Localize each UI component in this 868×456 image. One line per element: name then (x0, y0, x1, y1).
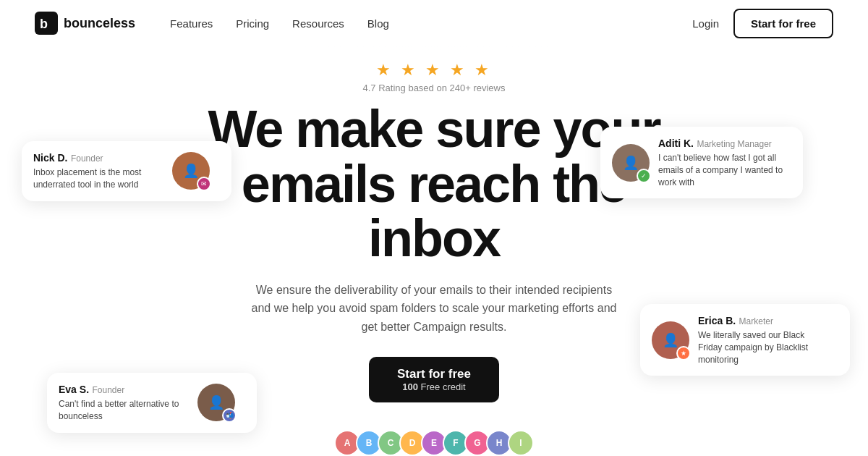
brand-logo[interactable]: b bounceless (35, 12, 135, 35)
nav-link-features[interactable]: Features (170, 17, 213, 30)
testimonial-text-erica: We literally saved our Black Friday camp… (698, 329, 828, 366)
testimonial-name-aditi: Aditi K. (658, 138, 694, 149)
nav-actions: Login Start for free (692, 9, 833, 38)
cta-sub-label: 100 Free credit (402, 381, 465, 392)
navbar: b bounceless Features Pricing Resources … (0, 0, 868, 46)
bottom-avatar-row: A B C D E F G H I (334, 430, 534, 456)
nav-links: Features Pricing Resources Blog (170, 17, 692, 30)
nav-link-pricing[interactable]: Pricing (236, 17, 269, 30)
nav-start-free-button[interactable]: Start for free (733, 9, 833, 38)
nav-link-blog[interactable]: Blog (367, 17, 389, 30)
cta-main-label: Start for free (397, 367, 471, 381)
testimonial-name-erica: Erica B. (698, 315, 736, 326)
testimonial-name-nick: Nick D. (33, 152, 67, 164)
hero-cta-button[interactable]: Start for free 100 Free credit (369, 357, 499, 402)
testimonial-role-erica: Marketer (739, 316, 773, 326)
testimonial-role-eva: Founder (92, 385, 124, 395)
testimonial-card-erica: 👤 ★ Erica B. Marketer We literally saved… (640, 304, 850, 376)
testimonial-name-eva: Eva S. (59, 384, 89, 395)
avatar-badge-nick: ✉ (197, 177, 211, 191)
testimonial-role-aditi: Marketing Manager (697, 139, 771, 149)
nav-link-resources[interactable]: Resources (292, 17, 344, 30)
testimonial-card-eva: Eva S. Founder Can't find a better alter… (47, 373, 257, 433)
testimonial-card-aditi: 👤 ✓ Aditi K. Marketing Manager I can't b… (600, 127, 803, 198)
testimonial-text-aditi: I can't believe how fast I got all email… (658, 152, 788, 188)
testimonial-role-nick: Founder (71, 153, 103, 164)
hero-subtitle: We ensure the deliverability of your ema… (246, 281, 622, 337)
star-icons: ★ ★ ★ ★ ★ (376, 61, 492, 80)
svg-text:b: b (40, 17, 48, 31)
testimonial-card-nick: Nick D. Founder Inbox placement is the m… (22, 141, 231, 201)
rating-text: 4.7 Rating based on 240+ reviews (363, 83, 506, 93)
testimonial-text-nick: Inbox placement is the most underrated t… (33, 166, 163, 191)
rating-section: ★ ★ ★ ★ ★ 4.7 Rating based on 240+ revie… (363, 61, 506, 93)
bottom-avatar-9: I (508, 430, 534, 456)
avatar-badge-erica: ★ (676, 346, 691, 360)
testimonial-text-eva: Can't find a better alternative to bounc… (59, 398, 189, 423)
avatar-badge-aditi: ✓ (637, 169, 651, 183)
logo-icon: b (35, 12, 58, 35)
avatar-badge-eva: 📬 (222, 408, 237, 423)
login-button[interactable]: Login (692, 17, 719, 30)
